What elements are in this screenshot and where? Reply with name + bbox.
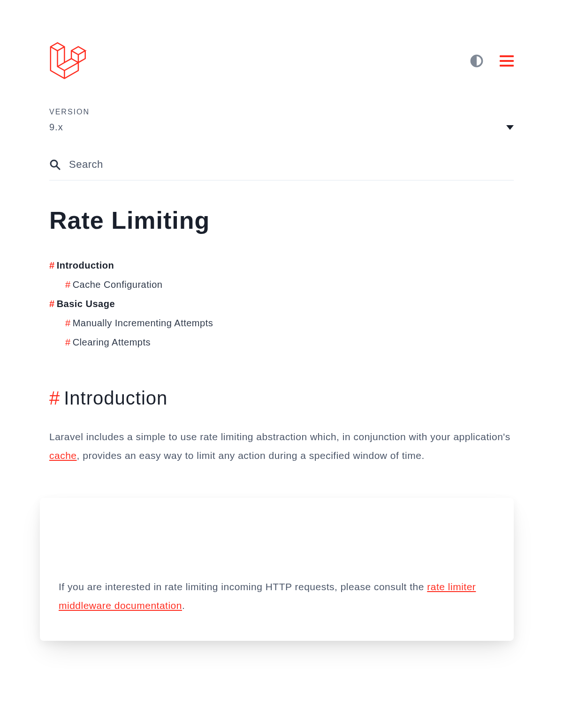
section-heading-introduction: #Introduction (49, 388, 514, 409)
theme-toggle-icon[interactable] (470, 54, 483, 68)
toc-item[interactable]: #Cache Configuration (49, 279, 514, 290)
search-input[interactable] (69, 158, 514, 171)
laravel-logo-icon[interactable] (49, 42, 87, 80)
toc-item[interactable]: #Basic Usage (49, 299, 514, 309)
version-label: VERSION (49, 108, 514, 116)
intro-paragraph: Laravel includes a simple to use rate li… (49, 428, 514, 465)
toc-item[interactable]: #Manually Incrementing Attempts (49, 318, 514, 329)
toc-item[interactable]: #Introduction (49, 260, 514, 271)
version-select[interactable]: 9.x (49, 122, 514, 133)
hash-icon[interactable]: # (49, 388, 60, 408)
search-bar[interactable] (49, 158, 514, 180)
toc-item[interactable]: #Clearing Attempts (49, 337, 514, 348)
version-value: 9.x (49, 122, 63, 133)
search-icon (49, 159, 61, 170)
cache-link[interactable]: cache (49, 450, 77, 461)
svg-line-2 (56, 166, 60, 169)
menu-toggle-icon[interactable] (500, 55, 514, 67)
header (49, 42, 514, 80)
table-of-contents: #Introduction #Cache Configuration #Basi… (49, 260, 514, 348)
page-title: Rate Limiting (49, 206, 514, 234)
callout-box: If you are interested in rate limiting i… (40, 498, 514, 641)
chevron-down-icon (506, 125, 514, 130)
